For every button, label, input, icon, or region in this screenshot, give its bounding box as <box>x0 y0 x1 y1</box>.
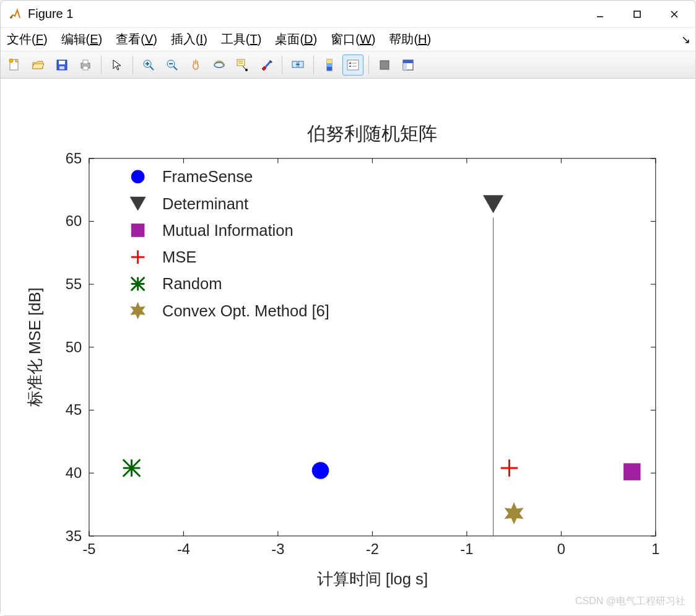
svg-rect-9 <box>59 66 64 69</box>
svg-text:伯努利随机矩阵: 伯努利随机矩阵 <box>307 123 437 144</box>
svg-text:Convex Opt. Method [6]: Convex Opt. Method [6] <box>162 302 329 319</box>
svg-text:55: 55 <box>66 276 82 292</box>
menu-help[interactable]: 帮助(H) <box>389 31 431 48</box>
watermark: CSDN @电气工程研习社 <box>575 595 685 608</box>
svg-rect-43 <box>403 63 407 70</box>
svg-line-14 <box>150 66 154 70</box>
hide-tools-button[interactable] <box>374 54 395 76</box>
close-button[interactable] <box>656 2 693 27</box>
svg-text:-3: -3 <box>271 541 284 557</box>
legend-button[interactable] <box>342 54 363 76</box>
svg-rect-33 <box>327 63 332 67</box>
toolbar-separator <box>313 56 314 74</box>
zoom-in-button[interactable] <box>138 54 159 76</box>
maximize-button[interactable] <box>619 2 656 27</box>
menu-tools[interactable]: 工具(T) <box>221 31 262 48</box>
pan-button[interactable] <box>185 54 206 76</box>
svg-text:-4: -4 <box>177 541 190 557</box>
svg-rect-32 <box>327 59 332 63</box>
pointer-button[interactable] <box>107 54 128 76</box>
save-button[interactable] <box>51 54 72 76</box>
svg-rect-22 <box>237 59 245 66</box>
chart-svg: -5-4-3-2-10135404550556065计算时间 [log s]标准… <box>13 116 683 603</box>
svg-rect-11 <box>83 60 88 64</box>
toolbar-separator <box>368 56 369 74</box>
svg-point-101 <box>131 170 145 184</box>
svg-rect-12 <box>83 66 88 70</box>
svg-point-6 <box>9 59 13 63</box>
svg-text:40: 40 <box>66 465 82 481</box>
svg-text:FrameSense: FrameSense <box>162 168 253 185</box>
svg-text:Determinant: Determinant <box>162 195 248 212</box>
menu-insert[interactable]: 插入(I) <box>171 31 207 48</box>
svg-rect-35 <box>347 60 359 70</box>
svg-rect-44 <box>89 158 656 536</box>
svg-text:标准化 MSE [dB]: 标准化 MSE [dB] <box>26 287 43 407</box>
titlebar: Figure 1 <box>1 1 695 28</box>
svg-point-91 <box>312 462 329 479</box>
svg-text:-2: -2 <box>366 541 379 557</box>
menu-desktop[interactable]: 桌面(D) <box>275 31 317 48</box>
minimize-button[interactable] <box>581 2 619 27</box>
svg-rect-8 <box>59 61 65 64</box>
svg-rect-1 <box>634 11 640 17</box>
menu-window[interactable]: 窗口(W) <box>331 31 375 48</box>
svg-text:45: 45 <box>66 402 82 418</box>
menubar: 文件(F) 编辑(E) 查看(V) 插入(I) 工具(T) 桌面(D) 窗口(W… <box>1 28 695 51</box>
svg-text:-1: -1 <box>460 541 473 557</box>
colorbar-button[interactable] <box>319 54 340 76</box>
svg-rect-93 <box>624 463 641 480</box>
svg-rect-40 <box>380 61 389 69</box>
toolbar-separator <box>133 56 133 74</box>
svg-line-27 <box>266 61 271 67</box>
figure-window: Figure 1 文件(F) 编辑(E) 查看(V) 插入(I) 工具(T) 桌… <box>0 0 696 616</box>
axes[interactable]: -5-4-3-2-10135404550556065计算时间 [log s]标准… <box>13 116 683 603</box>
menu-file[interactable]: 文件(F) <box>7 31 48 48</box>
link-plots-button[interactable] <box>287 54 308 76</box>
svg-text:计算时间 [log s]: 计算时间 [log s] <box>317 570 428 588</box>
svg-text:Mutual Information: Mutual Information <box>162 222 294 239</box>
svg-text:65: 65 <box>66 150 82 167</box>
undock-arrow-icon[interactable]: ↘ <box>681 33 690 46</box>
print-button[interactable] <box>75 54 96 76</box>
zoom-out-button[interactable] <box>162 54 183 76</box>
svg-point-26 <box>245 69 248 71</box>
svg-rect-105 <box>131 223 145 237</box>
data-cursor-button[interactable] <box>232 54 253 76</box>
rotate3d-button[interactable] <box>209 54 230 76</box>
svg-text:0: 0 <box>557 541 565 557</box>
svg-text:MSE: MSE <box>162 248 196 266</box>
svg-rect-42 <box>403 60 413 63</box>
svg-text:Random: Random <box>162 275 222 292</box>
svg-rect-34 <box>327 67 332 71</box>
dock-button[interactable] <box>398 54 419 76</box>
new-figure-button[interactable] <box>4 54 25 76</box>
figure-canvas[interactable]: -5-4-3-2-10135404550556065计算时间 [log s]标准… <box>1 79 695 615</box>
matlab-icon <box>8 7 22 21</box>
menu-edit[interactable]: 编辑(E) <box>61 31 103 48</box>
window-controls <box>581 2 693 27</box>
svg-text:35: 35 <box>66 528 82 544</box>
window-title: Figure 1 <box>28 7 575 21</box>
toolbar <box>1 51 695 79</box>
svg-text:50: 50 <box>66 339 82 355</box>
toolbar-separator <box>101 56 102 74</box>
svg-text:60: 60 <box>66 213 82 229</box>
brush-button[interactable] <box>256 54 277 76</box>
open-button[interactable] <box>28 54 49 76</box>
svg-text:1: 1 <box>651 541 659 557</box>
menu-view[interactable]: 查看(V) <box>116 31 157 48</box>
toolbar-separator <box>282 56 282 74</box>
svg-text:-5: -5 <box>82 541 95 557</box>
svg-line-18 <box>173 66 177 70</box>
